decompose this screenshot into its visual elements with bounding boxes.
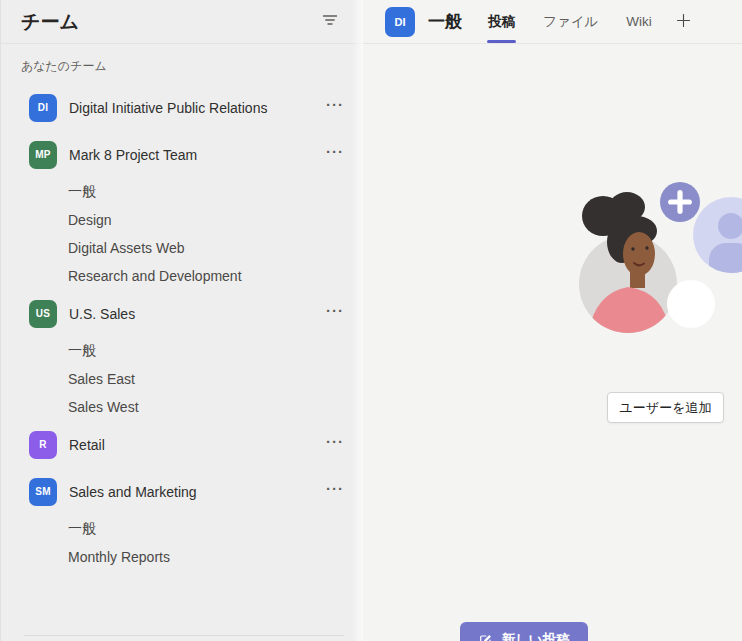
team-name: U.S. Sales bbox=[69, 306, 322, 322]
channel-tabs: 投稿 ファイル Wiki bbox=[474, 0, 666, 44]
channel-name: 一般 bbox=[68, 520, 96, 538]
sidebar-header: チーム bbox=[1, 0, 363, 44]
team-row[interactable]: US U.S. Sales ··· bbox=[1, 290, 363, 337]
team-row[interactable]: SM Sales and Marketing ··· bbox=[1, 468, 363, 515]
channel-title: 一般 bbox=[428, 10, 462, 33]
teams-sidebar: チーム あなたのチーム DI Digital Initiati bbox=[0, 0, 363, 641]
filter-icon bbox=[321, 11, 339, 32]
channel-list: 一般 Monthly Reports bbox=[1, 515, 363, 571]
compose-icon bbox=[478, 633, 493, 641]
channel-row[interactable]: Sales West bbox=[1, 393, 363, 421]
tab-label: Wiki bbox=[626, 14, 652, 29]
channel-row[interactable]: 一般 bbox=[1, 178, 363, 206]
channel-header: DI 一般 投稿 ファイル Wiki bbox=[363, 0, 742, 44]
more-options-icon[interactable]: ··· bbox=[322, 437, 344, 453]
channel-name: Design bbox=[68, 212, 112, 228]
add-people-illustration bbox=[560, 160, 742, 350]
channel-row[interactable]: Sales East bbox=[1, 365, 363, 393]
team-block: DI Digital Initiative Public Relations ·… bbox=[1, 84, 363, 131]
team-avatar: MP bbox=[29, 141, 57, 169]
more-options-icon[interactable]: ··· bbox=[322, 147, 344, 163]
teams-app: チーム あなたのチーム DI Digital Initiati bbox=[0, 0, 742, 641]
add-person-plus-icon bbox=[660, 182, 700, 222]
sidebar-title: チーム bbox=[21, 9, 316, 35]
more-options-icon[interactable]: ··· bbox=[322, 306, 344, 322]
channel-content: ユーザーを追加 新しい投稿 bbox=[363, 44, 742, 641]
new-post-label: 新しい投稿 bbox=[501, 631, 569, 641]
channel-name: Research and Development bbox=[68, 268, 242, 284]
channel-name: 一般 bbox=[68, 183, 96, 201]
sidebar-bottom-divider bbox=[24, 635, 344, 636]
team-block: US U.S. Sales ··· 一般 Sales East Sales We… bbox=[1, 290, 363, 421]
channel-name: Sales West bbox=[68, 399, 139, 415]
active-tab-indicator bbox=[487, 40, 516, 43]
team-name: Digital Initiative Public Relations bbox=[69, 100, 322, 116]
more-options-icon[interactable]: ··· bbox=[322, 100, 344, 116]
team-avatar: SM bbox=[29, 478, 57, 506]
filter-button[interactable] bbox=[316, 8, 344, 36]
team-name: Retail bbox=[69, 437, 322, 453]
tab[interactable]: Wiki bbox=[612, 0, 666, 44]
team-row[interactable]: R Retail ··· bbox=[1, 421, 363, 468]
team-list-panel: あなたのチーム DI Digital Initiative Public Rel… bbox=[1, 44, 363, 641]
team-name: Sales and Marketing bbox=[69, 484, 322, 500]
team-block: R Retail ··· bbox=[1, 421, 363, 468]
decorative-white-circle bbox=[667, 280, 715, 328]
channel-row[interactable]: Research and Development bbox=[1, 262, 363, 290]
channel-pane: DI 一般 投稿 ファイル Wiki bbox=[363, 0, 742, 641]
channel-row[interactable]: Digital Assets Web bbox=[1, 234, 363, 262]
channel-list: 一般 Design Digital Assets Web Research an… bbox=[1, 178, 363, 290]
person-silhouette-icon bbox=[693, 197, 742, 281]
channel-row[interactable]: 一般 bbox=[1, 337, 363, 365]
channel-name: 一般 bbox=[68, 342, 96, 360]
team-name: Mark 8 Project Team bbox=[69, 147, 322, 163]
add-user-button[interactable]: ユーザーを追加 bbox=[607, 392, 724, 423]
team-avatar-header: DI bbox=[385, 7, 415, 37]
team-row[interactable]: DI Digital Initiative Public Relations ·… bbox=[1, 84, 363, 131]
tab[interactable]: ファイル bbox=[529, 0, 612, 44]
plus-icon bbox=[675, 12, 692, 32]
channel-list: 一般 Sales East Sales West bbox=[1, 337, 363, 421]
channel-row[interactable]: Design bbox=[1, 206, 363, 234]
channel-name: Digital Assets Web bbox=[68, 240, 184, 256]
team-list: DI Digital Initiative Public Relations ·… bbox=[1, 84, 363, 571]
channel-row[interactable]: Monthly Reports bbox=[1, 543, 363, 571]
channel-row[interactable]: 一般 bbox=[1, 515, 363, 543]
team-row[interactable]: MP Mark 8 Project Team ··· bbox=[1, 131, 363, 178]
add-tab-button[interactable] bbox=[670, 8, 698, 36]
more-options-icon[interactable]: ··· bbox=[322, 484, 344, 500]
team-block: SM Sales and Marketing ··· 一般 Monthly Re… bbox=[1, 468, 363, 571]
channel-name: Monthly Reports bbox=[68, 549, 170, 565]
tab-label: ファイル bbox=[543, 13, 598, 31]
new-post-button[interactable]: 新しい投稿 bbox=[460, 622, 588, 641]
your-teams-section-label: あなたのチーム bbox=[1, 58, 363, 84]
tab-label: 投稿 bbox=[488, 13, 515, 31]
woman-avatar-illustration bbox=[579, 192, 677, 336]
team-avatar: DI bbox=[29, 94, 57, 122]
team-block: MP Mark 8 Project Team ··· 一般 Design Dig… bbox=[1, 131, 363, 290]
tab[interactable]: 投稿 bbox=[474, 0, 529, 44]
team-avatar: US bbox=[29, 300, 57, 328]
channel-name: Sales East bbox=[68, 371, 135, 387]
team-avatar: R bbox=[29, 431, 57, 459]
